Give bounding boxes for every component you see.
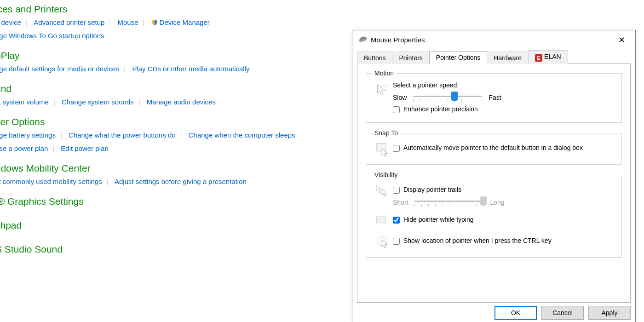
cancel-button[interactable]: Cancel [541, 306, 584, 320]
mouse-titlebar-icon [358, 35, 368, 43]
tabstrip: Buttons Pointers Pointer Options Hardwar… [352, 50, 635, 63]
link-power-buttons[interactable]: Change what the power buttons do [69, 131, 176, 139]
tab-pointer-options[interactable]: Pointer Options [429, 51, 488, 64]
link-edit-power-plan[interactable]: Edit power plan [61, 144, 108, 152]
link-power-plan[interactable]: ose a power plan [0, 144, 48, 152]
tab-elan[interactable]: EELAN [528, 50, 568, 64]
ctrl-locate-icon [373, 234, 393, 251]
pointer-trails-label[interactable]: Display pointer trails [403, 186, 461, 193]
pointer-speed-label: Select a pointer speed: [393, 81, 615, 89]
pointer-trails-checkbox[interactable] [393, 187, 400, 194]
tab-buttons[interactable]: Buttons [357, 52, 392, 64]
link-autoplay-defaults[interactable]: nge default settings for media or device… [0, 65, 119, 73]
pointer-speed-icon [373, 81, 393, 98]
link-mouse[interactable]: Mouse [117, 18, 138, 26]
ok-button[interactable]: OK [494, 306, 537, 320]
link-mobility-settings[interactable]: st commonly used mobility settings [0, 178, 102, 185]
pointer-trails-slider [414, 197, 483, 207]
group-snapto-legend: Snap To [373, 129, 400, 137]
link-advanced-printer-setup[interactable]: Advanced printer setup [34, 18, 104, 26]
fast-label: Fast [489, 94, 501, 101]
tab-content: Motion Select a pointer speed: Slow Fas [357, 63, 631, 303]
link-device-manager[interactable]: Device Manager [160, 18, 210, 26]
category-sound: und [0, 83, 345, 94]
snapto-icon [373, 141, 393, 158]
category-intel-graphics: l® Graphics Settings [0, 196, 345, 207]
group-visibility: Visibility Display pointer trails Short [366, 171, 622, 258]
slow-label: Slow [393, 94, 407, 101]
long-label: Long [490, 199, 504, 206]
hide-while-typing-checkbox[interactable] [393, 217, 400, 224]
close-button[interactable]: ✕ [615, 29, 629, 51]
short-label: Short [393, 199, 408, 206]
category-dts-sound: S Studio Sound [0, 244, 345, 255]
link-audio-devices[interactable]: Manage audio devices [147, 98, 216, 106]
tab-pointers[interactable]: Pointers [392, 52, 429, 64]
dialog-title: Mouse Properties [371, 36, 425, 44]
link-presentation-settings[interactable]: Adjust settings before giving a presenta… [115, 178, 247, 185]
control-panel-background: ices and Printers a device| Advanced pri… [0, 0, 345, 257]
link-computer-sleeps[interactable]: Change when the computer sleeps [189, 131, 295, 139]
apply-button[interactable]: Apply [588, 306, 631, 320]
category-power: ver Options [0, 116, 345, 127]
link-adjust-volume[interactable]: st system volume [0, 98, 49, 106]
link-add-device[interactable]: a device [0, 18, 21, 26]
snapto-checkbox[interactable] [393, 145, 400, 152]
ctrl-locate-checkbox[interactable] [393, 238, 400, 245]
tab-hardware[interactable]: Hardware [487, 52, 529, 64]
group-visibility-legend: Visibility [373, 171, 399, 178]
svg-rect-0 [377, 144, 386, 151]
category-mobility: ndows Mobility Center [0, 163, 345, 174]
shield-icon [151, 17, 158, 24]
category-autoplay: oPlay [0, 50, 345, 61]
link-play-cds[interactable]: Play CDs or other media automatically [132, 65, 249, 73]
link-battery-settings[interactable]: nge battery settings [0, 131, 56, 139]
pointer-trails-icon [373, 183, 393, 200]
link-wintogo[interactable]: nge Windows To Go startup options [0, 32, 104, 40]
hide-typing-icon [373, 213, 393, 230]
ctrl-locate-label[interactable]: Show location of pointer when I press th… [403, 237, 552, 244]
enhance-precision-checkbox[interactable] [393, 106, 400, 113]
enhance-precision-label[interactable]: Enhance pointer precision [403, 105, 478, 113]
hide-while-typing-label[interactable]: Hide pointer while typing [403, 216, 474, 223]
snapto-label[interactable]: Automatically move pointer to the defaul… [403, 144, 583, 151]
group-motion: Motion Select a pointer speed: Slow Fas [366, 69, 622, 123]
titlebar[interactable]: Mouse Properties ✕ [352, 30, 635, 50]
group-motion-legend: Motion [373, 69, 396, 77]
category-devices: ices and Printers [0, 4, 345, 15]
link-system-sounds[interactable]: Change system sounds [62, 98, 134, 106]
dialog-button-bar: OK Cancel Apply [494, 306, 631, 320]
mouse-properties-dialog: Mouse Properties ✕ Buttons Pointers Poin… [352, 30, 636, 322]
group-snapto: Snap To Automatically move pointer to th… [366, 129, 622, 165]
elan-icon: E [535, 54, 542, 62]
svg-rect-1 [377, 216, 385, 223]
category-touchpad: chpad [0, 220, 345, 231]
pointer-speed-slider[interactable] [413, 92, 482, 103]
